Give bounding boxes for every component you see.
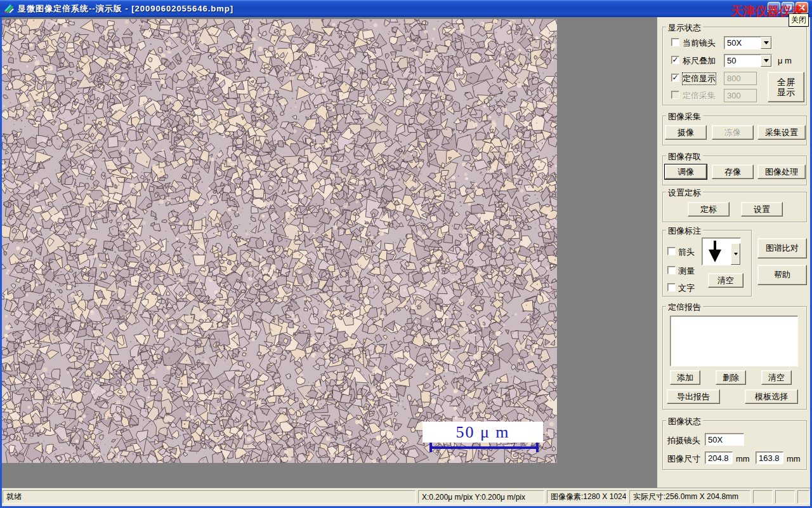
- group-storage-title: 图像存取: [666, 151, 703, 163]
- group-annotation-title: 图像标注: [666, 225, 703, 237]
- text-label: 文字: [678, 283, 695, 294]
- measure-label: 测量: [678, 265, 695, 277]
- fixed-capture-label: 定倍采集: [683, 90, 716, 102]
- width-unit-label: mm: [736, 454, 750, 464]
- status-ready: 就绪: [3, 490, 416, 504]
- close-tooltip: 关闭: [789, 13, 809, 27]
- fixed-display-input: [724, 72, 757, 85]
- app-icon: [4, 3, 15, 14]
- status-spare-3: [797, 490, 809, 504]
- height-unit-label: mm: [787, 454, 801, 464]
- image-height-input[interactable]: [756, 451, 783, 464]
- image-size-label: 图像尺寸: [667, 453, 700, 465]
- atlas-compare-button[interactable]: 图谱比对: [757, 238, 807, 258]
- control-panel: 显示状态 当前镜头 50X 标尺叠加 50 μ m 定倍显示 定倍采集 全屏 显…: [657, 17, 810, 488]
- scale-unit-label: μ m: [778, 56, 792, 65]
- chevron-down-icon[interactable]: [761, 37, 771, 49]
- image-process-button[interactable]: 图像处理: [757, 164, 806, 179]
- fixed-display-label: 定倍显示: [683, 73, 716, 84]
- scale-bar-label-box: 50 μ m: [422, 422, 543, 443]
- arrow-checkbox[interactable]: [667, 247, 676, 255]
- status-spare-2: [775, 490, 795, 504]
- scale-bar-label: 50 μ m: [455, 423, 509, 442]
- scale-overlay-label: 标尺叠加: [683, 55, 716, 67]
- chevron-down-icon[interactable]: [731, 243, 740, 265]
- group-report-title: 定倍报告: [666, 302, 703, 313]
- status-actual-size: 实际尺寸:256.0mm X 204.8mm: [629, 490, 750, 504]
- freeze-button: 冻像: [712, 125, 754, 140]
- group-display-status-title: 显示状态: [666, 22, 703, 34]
- text-checkbox[interactable]: [667, 283, 676, 291]
- fixed-display-checkbox[interactable]: [671, 74, 679, 82]
- scale-overlay-checkbox[interactable]: [671, 56, 679, 64]
- shoot-button[interactable]: 摄像: [665, 125, 707, 140]
- arrow-label: 箭头: [678, 246, 695, 258]
- micrograph-viewer[interactable]: 50 μ m: [2, 19, 557, 463]
- settings-button[interactable]: 设置: [741, 202, 783, 217]
- micrograph-image: [2, 19, 557, 463]
- fullscreen-button[interactable]: 全屏 显示: [768, 72, 804, 102]
- report-add-button[interactable]: 添加: [670, 370, 700, 385]
- scale-bar-tick-left: [429, 443, 432, 452]
- status-bar: 就绪 X:0.200μ m/pix Y:0.200μ m/pix 图像像素:12…: [2, 488, 810, 506]
- chevron-down-icon[interactable]: [761, 55, 771, 67]
- current-lens-label: 当前镜头: [683, 37, 716, 49]
- status-spare-1: [753, 490, 773, 504]
- status-pixel-scale: X:0.200μ m/pix Y:0.200μ m/pix: [418, 490, 544, 504]
- arrow-down-icon: [705, 239, 725, 266]
- window-title: 显微图像定倍系统--演示版 - [20090602055646.bmp]: [18, 3, 233, 15]
- image-width-input[interactable]: [705, 451, 733, 464]
- shooting-lens-input[interactable]: [705, 433, 744, 446]
- status-image-pixels: 图像像素:1280 X 1024: [547, 490, 627, 504]
- report-clear-button[interactable]: 清空: [761, 370, 792, 385]
- fixed-capture-input: [724, 89, 757, 102]
- scale-bar-line: [429, 446, 539, 449]
- shooting-lens-label: 拍摄镜头: [667, 435, 700, 446]
- current-lens-combo[interactable]: 50X: [724, 36, 772, 50]
- title-bar[interactable]: 显微图像定倍系统--演示版 - [20090602055646.bmp] 天津仪…: [0, 0, 812, 17]
- export-report-button[interactable]: 导出报告: [667, 389, 720, 404]
- arrow-style-combo[interactable]: [702, 237, 741, 265]
- scale-bar-tick-right: [536, 443, 539, 452]
- group-image-status-title: 图像状态: [666, 416, 703, 427]
- calibrate-button[interactable]: 定标: [688, 202, 730, 217]
- app-window: 显微图像定倍系统--演示版 - [20090602055646.bmp] 天津仪…: [0, 0, 812, 508]
- measure-checkbox[interactable]: [667, 266, 676, 274]
- load-image-button[interactable]: 调像: [665, 164, 707, 179]
- annotation-clear-button[interactable]: 清空: [708, 273, 743, 288]
- group-capture-title: 图像采集: [666, 111, 703, 123]
- window-border-left: [0, 17, 2, 508]
- scale-value-combo[interactable]: 50: [724, 54, 772, 67]
- report-listbox[interactable]: [670, 316, 798, 366]
- save-image-button[interactable]: 存像: [712, 164, 754, 179]
- template-select-button[interactable]: 模板选择: [745, 389, 798, 404]
- report-delete-button[interactable]: 删除: [716, 370, 746, 385]
- fixed-capture-checkbox: [671, 91, 679, 99]
- help-button[interactable]: 帮助: [757, 265, 807, 285]
- current-lens-checkbox[interactable]: [671, 38, 679, 46]
- group-calibration-title: 设置定标: [666, 187, 703, 199]
- capture-settings-button[interactable]: 采集设置: [757, 125, 806, 140]
